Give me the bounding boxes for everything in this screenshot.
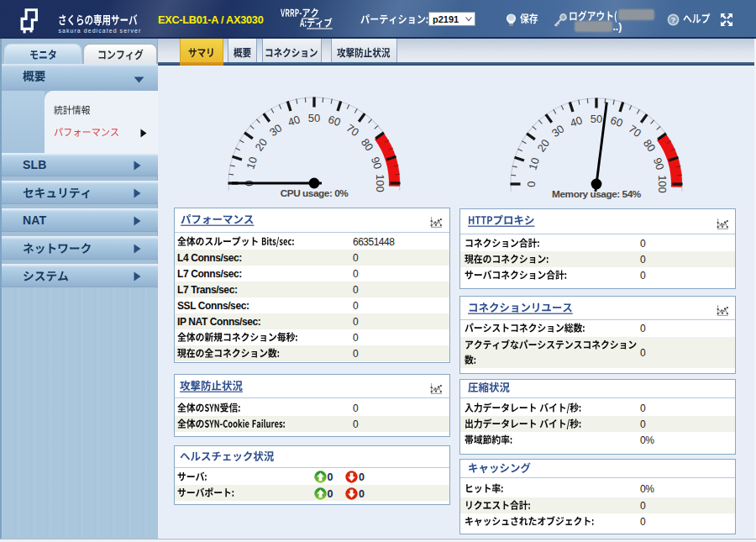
- svg-text:30: 30: [267, 122, 285, 139]
- svg-text:70: 70: [344, 122, 362, 139]
- svg-text:90: 90: [369, 155, 385, 171]
- svg-text:10: 10: [526, 156, 542, 171]
- svg-text:10: 10: [244, 155, 260, 171]
- svg-text:0: 0: [525, 181, 538, 187]
- svg-text:90: 90: [651, 156, 667, 171]
- svg-text:20: 20: [253, 136, 270, 154]
- svg-text:50: 50: [591, 113, 602, 125]
- svg-text:CPU usage: 0%: CPU usage: 0%: [281, 187, 349, 199]
- svg-text:80: 80: [641, 137, 659, 155]
- svg-text:50: 50: [308, 112, 320, 124]
- svg-text:60: 60: [609, 113, 624, 129]
- svg-text:100: 100: [374, 174, 386, 192]
- svg-text:40: 40: [286, 113, 302, 129]
- svg-text:20: 20: [535, 137, 553, 155]
- svg-text:100: 100: [656, 175, 669, 193]
- svg-text:80: 80: [359, 136, 376, 154]
- svg-text:60: 60: [327, 113, 342, 129]
- svg-text:30: 30: [549, 123, 567, 140]
- svg-text:?: ?: [671, 15, 676, 24]
- svg-text:Memory usage: 54%: Memory usage: 54%: [552, 188, 642, 200]
- svg-text:70: 70: [627, 123, 644, 140]
- svg-text:40: 40: [569, 113, 584, 129]
